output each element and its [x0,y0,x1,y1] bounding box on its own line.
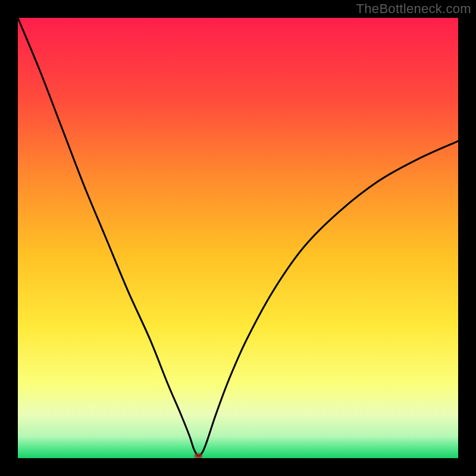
plot-area [18,18,458,458]
chart-frame: TheBottleneck.com [0,0,476,476]
watermark-text: TheBottleneck.com [356,1,471,17]
gradient-rect [18,18,458,458]
chart-svg [18,18,458,458]
